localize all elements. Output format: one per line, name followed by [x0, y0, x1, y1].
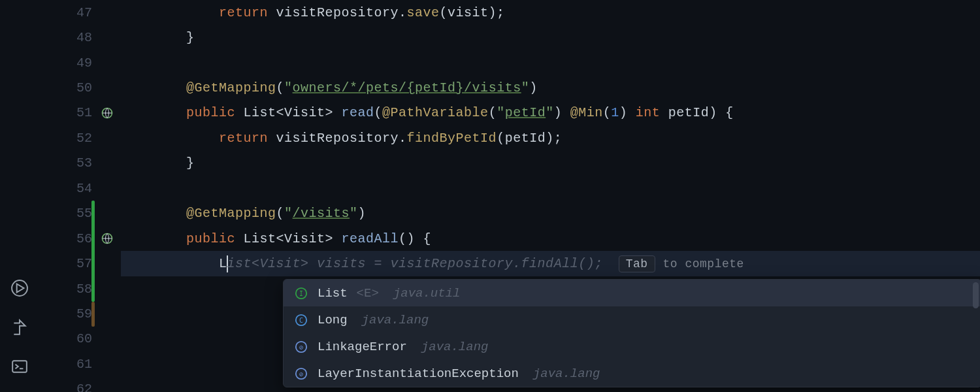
line-number: 54	[76, 181, 92, 196]
code-editor[interactable]: 47484950515253545556575859606162 return …	[39, 0, 980, 392]
code-line[interactable]: }	[121, 151, 980, 176]
gutter: 47484950515253545556575859606162	[39, 0, 121, 392]
gutter-line: 60	[39, 327, 121, 351]
endpoint-globe-icon[interactable]	[100, 106, 114, 120]
line-number: 55	[76, 206, 92, 221]
code-line[interactable]: @GetMapping("owners/*/pets/{petId}/visit…	[121, 75, 980, 100]
code-area[interactable]: return visitRepository.save(visit); } @G…	[121, 0, 980, 392]
gutter-line: 52	[39, 125, 121, 150]
completion-name: LayerInstantiationException	[318, 367, 519, 381]
code-line[interactable]	[121, 50, 980, 75]
completion-hint: Tabto complete	[619, 255, 744, 272]
completion-package: java.lang	[362, 313, 429, 327]
build-icon[interactable]	[11, 319, 28, 336]
line-number: 62	[76, 382, 92, 392]
popup-scrollbar[interactable]	[973, 282, 979, 308]
autocomplete-item[interactable]: ⊘LinkageErrorjava.lang	[284, 333, 980, 360]
gutter-line: 61	[39, 351, 121, 376]
gutter-line: 58	[39, 276, 121, 301]
line-number: 57	[76, 256, 92, 271]
code-line[interactable]	[121, 176, 980, 201]
line-number: 51	[76, 105, 92, 120]
exception-icon: ⊘	[294, 367, 308, 381]
gutter-line: 50	[39, 75, 121, 100]
completion-name: LinkageError	[318, 340, 407, 354]
code-line[interactable]: return visitRepository.save(visit);	[121, 0, 980, 25]
completion-package: java.util	[393, 286, 461, 301]
svg-text:I: I	[299, 289, 303, 297]
gutter-line: 62	[39, 377, 121, 392]
autocomplete-popup[interactable]: IList <E>java.utilCLongjava.lang⊘Linkage…	[283, 279, 980, 387]
completion-name: List	[318, 286, 348, 301]
code-line[interactable]: }	[121, 25, 980, 50]
run-icon[interactable]	[11, 280, 28, 297]
activity-bar	[0, 0, 39, 392]
class-icon: C	[294, 313, 308, 327]
gutter-line: 53	[39, 151, 121, 176]
terminal-icon[interactable]	[11, 358, 28, 375]
line-number: 49	[76, 56, 92, 71]
tab-key-badge: Tab	[619, 255, 655, 272]
inline-suggestion: ist<Visit> visits = visitRepository.find…	[227, 256, 603, 271]
autocomplete-item[interactable]: CLongjava.lang	[284, 306, 980, 333]
code-line[interactable]: return visitRepository.findByPetId(petId…	[121, 125, 980, 150]
gutter-line: 47	[39, 0, 121, 25]
svg-marker-0	[17, 284, 24, 293]
line-number: 52	[76, 131, 92, 146]
gutter-line: 59	[39, 301, 121, 326]
svg-rect-2	[12, 361, 27, 372]
gutter-line: 51	[39, 101, 121, 125]
line-number: 58	[76, 282, 92, 297]
line-number: 53	[76, 155, 92, 171]
svg-text:⊘: ⊘	[299, 343, 303, 350]
autocomplete-item[interactable]: IList <E>java.util	[284, 280, 980, 306]
gutter-line: 49	[39, 50, 121, 75]
completion-generic: <E>	[357, 286, 379, 301]
line-number: 47	[76, 5, 92, 20]
line-number: 56	[76, 231, 92, 246]
code-line[interactable]: List<Visit> visits = visitRepository.fin…	[121, 251, 980, 276]
line-number: 50	[76, 80, 92, 95]
svg-text:⊘: ⊘	[299, 370, 303, 377]
gutter-line: 57	[39, 251, 121, 276]
line-number: 48	[76, 30, 92, 45]
completion-package: java.lang	[421, 340, 489, 354]
svg-text:C: C	[299, 316, 303, 323]
completion-package: java.lang	[533, 367, 600, 381]
line-number: 60	[76, 331, 92, 346]
code-line[interactable]: public List<Visit> read(@PathVariable("p…	[121, 101, 980, 125]
gutter-line: 48	[39, 25, 121, 50]
line-number: 59	[76, 306, 92, 321]
gutter-line: 54	[39, 176, 121, 201]
exception-icon: ⊘	[294, 340, 308, 354]
code-line[interactable]: public List<Visit> readAll() {	[121, 226, 980, 251]
line-number: 61	[76, 357, 92, 372]
interface-icon: I	[294, 286, 308, 301]
autocomplete-item[interactable]: ⊘LayerInstantiationExceptionjava.lang	[284, 360, 980, 387]
code-line[interactable]: @GetMapping("/visits")	[121, 201, 980, 226]
completion-name: Long	[318, 313, 348, 327]
gutter-line: 56	[39, 226, 121, 251]
gutter-line: 55	[39, 201, 121, 226]
endpoint-globe-icon[interactable]	[100, 231, 114, 246]
